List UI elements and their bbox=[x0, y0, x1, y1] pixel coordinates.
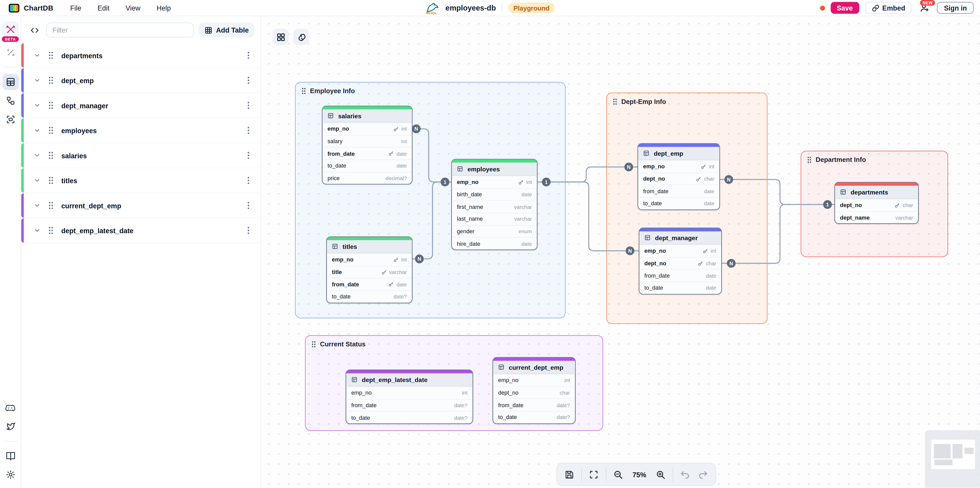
discord-icon[interactable] bbox=[2, 400, 19, 416]
diagram-name[interactable]: employees-db bbox=[445, 3, 496, 12]
field-row-dept_name[interactable]: dept_namevarchar bbox=[835, 211, 918, 223]
drag-handle-icon[interactable] bbox=[48, 201, 54, 210]
chevron-down-icon[interactable] bbox=[34, 202, 41, 209]
zoom-level[interactable]: 75% bbox=[630, 470, 649, 478]
editor-pencils-icon[interactable] bbox=[2, 21, 19, 37]
field-row-emp_no[interactable]: emp_noint bbox=[493, 374, 575, 386]
undo-icon[interactable] bbox=[679, 468, 691, 480]
embed-button[interactable]: Embed bbox=[865, 2, 912, 14]
kebab-menu-icon[interactable] bbox=[245, 152, 252, 159]
table-list-item-titles[interactable]: titles bbox=[21, 168, 261, 193]
chevron-down-icon[interactable] bbox=[34, 102, 41, 109]
field-row-from_date[interactable]: from_datedate bbox=[640, 269, 721, 281]
table-list-item-current_dept_emp[interactable]: current_dept_emp bbox=[21, 193, 261, 218]
save-button[interactable]: Save bbox=[830, 2, 859, 14]
table-header[interactable]: dept_manager bbox=[640, 231, 721, 244]
layout-grid-icon[interactable] bbox=[272, 29, 289, 45]
drag-handle-icon[interactable] bbox=[48, 76, 54, 85]
magnet-snap-icon[interactable] bbox=[293, 29, 309, 45]
zoom-out-icon[interactable] bbox=[612, 468, 624, 480]
menu-file[interactable]: File bbox=[65, 2, 87, 14]
zoom-in-icon[interactable] bbox=[654, 468, 667, 480]
twitter-icon[interactable] bbox=[2, 418, 19, 435]
kebab-menu-icon[interactable] bbox=[245, 176, 252, 185]
chevron-down-icon[interactable] bbox=[34, 152, 41, 159]
table-list-item-dept_emp[interactable]: dept_emp bbox=[21, 68, 261, 93]
diagram-table-salaries[interactable]: salariesemp_nointsalaryintfrom_datedatet… bbox=[322, 106, 412, 185]
code-view-icon[interactable] bbox=[27, 23, 41, 37]
kebab-menu-icon[interactable] bbox=[245, 101, 252, 110]
field-row-from_date[interactable]: from_datedate bbox=[323, 147, 412, 159]
table-header[interactable]: employees bbox=[452, 163, 537, 176]
drag-handle-icon[interactable] bbox=[48, 101, 54, 110]
diagram-table-employees[interactable]: employeesemp_nointbirth_datedatefirst_na… bbox=[451, 159, 538, 250]
chevron-down-icon[interactable] bbox=[34, 127, 41, 134]
chevron-down-icon[interactable] bbox=[34, 227, 41, 234]
field-row-birth_date[interactable]: birth_datedate bbox=[452, 188, 537, 200]
fit-view-icon[interactable] bbox=[587, 468, 600, 480]
field-row-from_date[interactable]: from_datedate? bbox=[493, 399, 575, 411]
drag-handle-icon[interactable] bbox=[48, 152, 54, 159]
sidebar-tab-dependencies[interactable] bbox=[2, 112, 19, 128]
add-table-button[interactable]: Add Table bbox=[199, 22, 255, 38]
field-row-first_name[interactable]: first_namevarchar bbox=[452, 200, 537, 213]
chevron-down-icon[interactable] bbox=[34, 77, 41, 84]
diagram-canvas[interactable]: Employee InfoDept-Emp InfoDepartment Inf… bbox=[261, 16, 980, 488]
field-row-gender[interactable]: genderenum bbox=[452, 225, 537, 237]
field-row-title[interactable]: titlevarchar bbox=[327, 266, 412, 278]
drag-handle-icon[interactable] bbox=[48, 126, 54, 134]
field-row-to_date[interactable]: to_datedate bbox=[640, 281, 721, 294]
field-row-emp_no[interactable]: emp_noint bbox=[346, 386, 472, 399]
field-row-dept_no[interactable]: dept_nochar bbox=[640, 257, 721, 269]
table-list-item-dept_manager[interactable]: dept_manager bbox=[21, 93, 261, 118]
field-row-salary[interactable]: salaryint bbox=[323, 135, 412, 147]
drag-handle-icon[interactable] bbox=[48, 176, 54, 185]
redo-icon[interactable] bbox=[697, 468, 710, 480]
table-header[interactable]: departments bbox=[835, 186, 918, 199]
settings-icon[interactable] bbox=[2, 466, 19, 483]
drag-handle-icon[interactable] bbox=[48, 226, 54, 234]
save-diagram-icon[interactable] bbox=[563, 468, 576, 480]
field-row-emp_no[interactable]: emp_noint bbox=[327, 253, 412, 266]
diagram-table-titles[interactable]: titlesemp_nointtitlevarcharfrom_datedate… bbox=[326, 236, 412, 303]
kebab-menu-icon[interactable] bbox=[245, 126, 252, 134]
menu-help[interactable]: Help bbox=[151, 2, 177, 14]
diagram-table-dept_manager[interactable]: dept_manageremp_nointdept_nocharfrom_dat… bbox=[639, 228, 722, 294]
diagram-table-dept_emp_latest_date[interactable]: dept_emp_latest_dateemp_nointfrom_dateda… bbox=[346, 370, 473, 424]
invite-user-button[interactable]: NEW bbox=[918, 2, 932, 14]
field-row-dept_no[interactable]: dept_nochar bbox=[493, 386, 575, 399]
field-row-dept_no[interactable]: dept_nochar bbox=[835, 199, 918, 211]
kebab-menu-icon[interactable] bbox=[245, 76, 252, 85]
kebab-menu-icon[interactable] bbox=[245, 201, 252, 210]
field-row-emp_no[interactable]: emp_noint bbox=[323, 123, 412, 135]
field-row-to_date[interactable]: to_datedate? bbox=[327, 290, 412, 303]
field-row-from_date[interactable]: from_datedate? bbox=[346, 399, 472, 411]
field-row-to_date[interactable]: to_datedate bbox=[638, 197, 719, 209]
field-row-to_date[interactable]: to_datedate? bbox=[493, 411, 575, 423]
field-row-emp_no[interactable]: emp_noint bbox=[638, 160, 719, 172]
field-row-last_name[interactable]: last_namevarchar bbox=[452, 213, 537, 225]
field-row-hire_date[interactable]: hire_datedate bbox=[452, 237, 537, 250]
table-header[interactable]: titles bbox=[327, 240, 412, 253]
diagram-table-dept_emp[interactable]: dept_empemp_nointdept_nocharfrom_datedat… bbox=[638, 143, 720, 210]
filter-input[interactable] bbox=[46, 22, 193, 38]
signin-button[interactable]: Sign in bbox=[937, 2, 974, 14]
menu-edit[interactable]: Edit bbox=[92, 2, 115, 14]
table-list-item-employees[interactable]: employees bbox=[21, 118, 261, 144]
diagram-table-departments[interactable]: departmentsdept_nochardept_namevarchar bbox=[834, 182, 919, 224]
field-row-emp_no[interactable]: emp_noint bbox=[452, 176, 537, 188]
field-row-emp_no[interactable]: emp_noint bbox=[640, 244, 721, 257]
sidebar-tab-tables[interactable] bbox=[2, 74, 19, 90]
sidebar-tab-relationships[interactable] bbox=[2, 92, 19, 109]
field-row-to_date[interactable]: to_datedate bbox=[323, 159, 412, 172]
field-row-from_date[interactable]: from_datedate bbox=[327, 278, 412, 290]
docs-icon[interactable] bbox=[2, 448, 19, 464]
table-header[interactable]: current_dept_emp bbox=[493, 361, 575, 374]
field-row-price[interactable]: pricedecimal? bbox=[323, 172, 412, 184]
table-list-item-departments[interactable]: departments bbox=[21, 43, 261, 68]
table-header[interactable]: dept_emp_latest_date bbox=[346, 373, 472, 386]
field-row-to_date[interactable]: to_datedate? bbox=[346, 411, 472, 423]
menu-view[interactable]: View bbox=[120, 2, 146, 14]
field-row-from_date[interactable]: from_datedate bbox=[638, 185, 719, 197]
kebab-menu-icon[interactable] bbox=[245, 51, 252, 59]
